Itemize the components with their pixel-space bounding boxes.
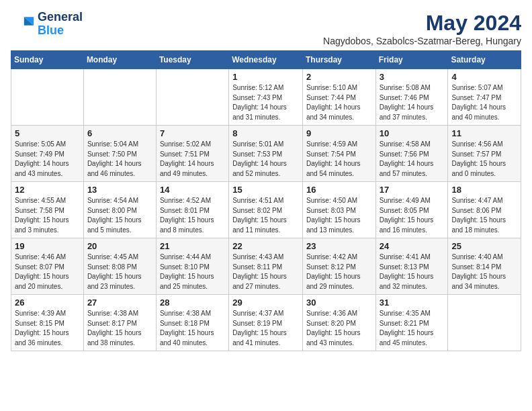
day-cell: 10Sunrise: 4:58 AMSunset: 7:56 PMDayligh… bbox=[375, 126, 448, 182]
day-info: Sunrise: 4:41 AMSunset: 8:13 PMDaylight:… bbox=[380, 253, 445, 291]
day-number: 16 bbox=[306, 185, 372, 195]
day-cell: 1Sunrise: 5:12 AMSunset: 7:43 PMDaylight… bbox=[229, 69, 303, 126]
day-number: 12 bbox=[15, 185, 80, 195]
header-cell-friday: Friday bbox=[375, 51, 448, 69]
day-info: Sunrise: 4:58 AMSunset: 7:56 PMDaylight:… bbox=[380, 140, 445, 179]
day-cell bbox=[11, 69, 84, 126]
logo-icon bbox=[11, 12, 35, 36]
day-number: 26 bbox=[15, 298, 80, 308]
day-info: Sunrise: 4:50 AMSunset: 8:03 PMDaylight:… bbox=[306, 196, 372, 235]
day-number: 14 bbox=[160, 185, 225, 195]
day-number: 22 bbox=[232, 241, 299, 251]
day-info: Sunrise: 4:59 AMSunset: 7:54 PMDaylight:… bbox=[306, 140, 372, 179]
calendar-header: SundayMondayTuesdayWednesdayThursdayFrid… bbox=[11, 51, 521, 69]
day-info: Sunrise: 4:38 AMSunset: 8:17 PMDaylight:… bbox=[87, 309, 152, 348]
day-info: Sunrise: 4:43 AMSunset: 8:11 PMDaylight:… bbox=[232, 253, 299, 291]
logo-line2: Blue bbox=[38, 24, 83, 38]
month-title: May 2024 bbox=[323, 11, 521, 36]
day-number: 4 bbox=[451, 72, 517, 82]
page-header: General Blue May 2024 Nagydobos, Szabolc… bbox=[11, 11, 521, 46]
day-info: Sunrise: 5:07 AMSunset: 7:47 PMDaylight:… bbox=[451, 83, 517, 122]
day-cell: 28Sunrise: 4:38 AMSunset: 8:18 PMDayligh… bbox=[156, 295, 228, 351]
day-cell bbox=[83, 69, 156, 126]
day-number: 19 bbox=[15, 241, 80, 251]
day-number: 27 bbox=[87, 298, 152, 308]
logo-line1: General bbox=[38, 11, 83, 24]
day-info: Sunrise: 4:51 AMSunset: 8:02 PMDaylight:… bbox=[232, 196, 299, 235]
day-info: Sunrise: 4:39 AMSunset: 8:15 PMDaylight:… bbox=[15, 309, 80, 348]
day-cell: 12Sunrise: 4:55 AMSunset: 7:58 PMDayligh… bbox=[11, 182, 84, 238]
day-cell: 15Sunrise: 4:51 AMSunset: 8:02 PMDayligh… bbox=[229, 182, 303, 238]
day-number: 15 bbox=[232, 185, 299, 195]
day-number: 28 bbox=[160, 298, 225, 308]
header-row: SundayMondayTuesdayWednesdayThursdayFrid… bbox=[11, 51, 521, 69]
day-cell: 25Sunrise: 4:40 AMSunset: 8:14 PMDayligh… bbox=[448, 238, 521, 295]
day-number: 8 bbox=[232, 128, 299, 138]
day-cell: 21Sunrise: 4:44 AMSunset: 8:10 PMDayligh… bbox=[156, 238, 228, 295]
day-number: 11 bbox=[451, 128, 517, 138]
day-info: Sunrise: 4:55 AMSunset: 7:58 PMDaylight:… bbox=[15, 196, 80, 235]
calendar-table: SundayMondayTuesdayWednesdayThursdayFrid… bbox=[11, 50, 521, 351]
day-info: Sunrise: 4:38 AMSunset: 8:18 PMDaylight:… bbox=[160, 309, 225, 348]
day-cell: 7Sunrise: 5:02 AMSunset: 7:51 PMDaylight… bbox=[156, 126, 228, 182]
week-row-2: 5Sunrise: 5:05 AMSunset: 7:49 PMDaylight… bbox=[11, 126, 521, 182]
location-subtitle: Nagydobos, Szabolcs-Szatmar-Bereg, Hunga… bbox=[323, 36, 521, 46]
header-cell-thursday: Thursday bbox=[302, 51, 375, 69]
logo: General Blue bbox=[11, 11, 83, 38]
day-number: 25 bbox=[451, 241, 517, 251]
day-info: Sunrise: 5:10 AMSunset: 7:44 PMDaylight:… bbox=[306, 83, 372, 122]
day-cell: 3Sunrise: 5:08 AMSunset: 7:46 PMDaylight… bbox=[375, 69, 448, 126]
week-row-4: 19Sunrise: 4:46 AMSunset: 8:07 PMDayligh… bbox=[11, 238, 521, 295]
day-cell: 30Sunrise: 4:36 AMSunset: 8:20 PMDayligh… bbox=[302, 295, 375, 351]
day-number: 21 bbox=[160, 241, 225, 251]
day-info: Sunrise: 4:40 AMSunset: 8:14 PMDaylight:… bbox=[451, 253, 517, 291]
day-cell: 29Sunrise: 4:37 AMSunset: 8:19 PMDayligh… bbox=[229, 295, 303, 351]
day-cell: 14Sunrise: 4:52 AMSunset: 8:01 PMDayligh… bbox=[156, 182, 228, 238]
title-block: May 2024 Nagydobos, Szabolcs-Szatmar-Ber… bbox=[323, 11, 521, 46]
day-info: Sunrise: 5:12 AMSunset: 7:43 PMDaylight:… bbox=[232, 83, 299, 122]
day-number: 23 bbox=[306, 241, 372, 251]
calendar-body: 1Sunrise: 5:12 AMSunset: 7:43 PMDaylight… bbox=[11, 69, 521, 351]
week-row-5: 26Sunrise: 4:39 AMSunset: 8:15 PMDayligh… bbox=[11, 295, 521, 351]
logo-text: General Blue bbox=[38, 11, 83, 38]
day-cell: 27Sunrise: 4:38 AMSunset: 8:17 PMDayligh… bbox=[83, 295, 156, 351]
day-number: 3 bbox=[380, 72, 445, 82]
day-cell: 16Sunrise: 4:50 AMSunset: 8:03 PMDayligh… bbox=[302, 182, 375, 238]
day-info: Sunrise: 4:49 AMSunset: 8:05 PMDaylight:… bbox=[380, 196, 445, 235]
week-row-3: 12Sunrise: 4:55 AMSunset: 7:58 PMDayligh… bbox=[11, 182, 521, 238]
day-cell: 24Sunrise: 4:41 AMSunset: 8:13 PMDayligh… bbox=[375, 238, 448, 295]
header-cell-monday: Monday bbox=[83, 51, 156, 69]
day-number: 1 bbox=[232, 72, 299, 82]
day-cell: 18Sunrise: 4:47 AMSunset: 8:06 PMDayligh… bbox=[448, 182, 521, 238]
day-cell: 9Sunrise: 4:59 AMSunset: 7:54 PMDaylight… bbox=[302, 126, 375, 182]
day-cell: 6Sunrise: 5:04 AMSunset: 7:50 PMDaylight… bbox=[83, 126, 156, 182]
header-cell-wednesday: Wednesday bbox=[229, 51, 303, 69]
day-cell: 4Sunrise: 5:07 AMSunset: 7:47 PMDaylight… bbox=[448, 69, 521, 126]
day-cell: 17Sunrise: 4:49 AMSunset: 8:05 PMDayligh… bbox=[375, 182, 448, 238]
day-cell: 19Sunrise: 4:46 AMSunset: 8:07 PMDayligh… bbox=[11, 238, 84, 295]
day-cell: 26Sunrise: 4:39 AMSunset: 8:15 PMDayligh… bbox=[11, 295, 84, 351]
day-cell: 5Sunrise: 5:05 AMSunset: 7:49 PMDaylight… bbox=[11, 126, 84, 182]
header-cell-tuesday: Tuesday bbox=[156, 51, 228, 69]
day-info: Sunrise: 4:45 AMSunset: 8:08 PMDaylight:… bbox=[87, 253, 152, 291]
day-info: Sunrise: 4:56 AMSunset: 7:57 PMDaylight:… bbox=[451, 140, 517, 179]
day-cell: 13Sunrise: 4:54 AMSunset: 8:00 PMDayligh… bbox=[83, 182, 156, 238]
day-number: 13 bbox=[87, 185, 152, 195]
day-cell: 31Sunrise: 4:35 AMSunset: 8:21 PMDayligh… bbox=[375, 295, 448, 351]
day-number: 10 bbox=[380, 128, 445, 138]
day-info: Sunrise: 4:37 AMSunset: 8:19 PMDaylight:… bbox=[232, 309, 299, 348]
day-info: Sunrise: 5:08 AMSunset: 7:46 PMDaylight:… bbox=[380, 83, 445, 122]
day-info: Sunrise: 5:04 AMSunset: 7:50 PMDaylight:… bbox=[87, 140, 152, 179]
day-info: Sunrise: 4:44 AMSunset: 8:10 PMDaylight:… bbox=[160, 253, 225, 291]
day-number: 30 bbox=[306, 298, 372, 308]
day-cell bbox=[156, 69, 228, 126]
day-number: 31 bbox=[380, 298, 445, 308]
day-cell bbox=[448, 295, 521, 351]
day-info: Sunrise: 4:52 AMSunset: 8:01 PMDaylight:… bbox=[160, 196, 225, 235]
day-cell: 23Sunrise: 4:42 AMSunset: 8:12 PMDayligh… bbox=[302, 238, 375, 295]
header-cell-saturday: Saturday bbox=[448, 51, 521, 69]
day-info: Sunrise: 5:02 AMSunset: 7:51 PMDaylight:… bbox=[160, 140, 225, 179]
day-info: Sunrise: 4:46 AMSunset: 8:07 PMDaylight:… bbox=[15, 253, 80, 291]
day-info: Sunrise: 4:35 AMSunset: 8:21 PMDaylight:… bbox=[380, 309, 445, 348]
day-number: 17 bbox=[380, 185, 445, 195]
